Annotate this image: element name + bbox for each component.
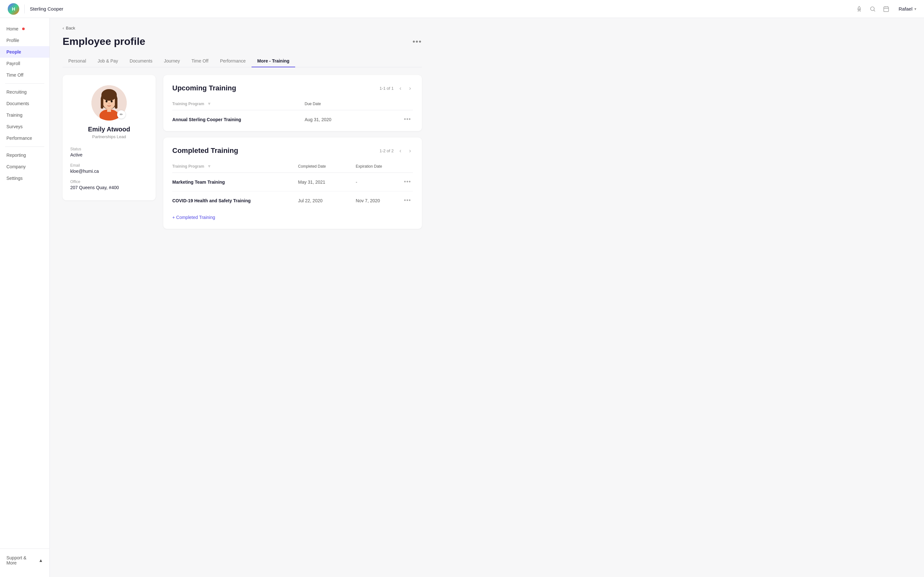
sidebar-item-payroll[interactable]: Payroll [0, 58, 49, 69]
completed-next-button[interactable]: › [407, 147, 413, 155]
sidebar-item-profile[interactable]: Profile [0, 35, 49, 46]
tab-documents[interactable]: Documents [124, 55, 158, 67]
upcoming-prev-button[interactable]: ‹ [397, 84, 403, 92]
sidebar-item-training[interactable]: Training [0, 109, 49, 121]
sidebar-item-surveys[interactable]: Surveys [0, 121, 49, 132]
field-office: Office 207 Queens Quay, #400 [70, 179, 148, 190]
sidebar-item-settings[interactable]: Settings [0, 172, 49, 184]
upcoming-row-program: Annual Sterling Cooper Training [172, 110, 305, 129]
employee-role: Partnerships Lead [92, 134, 126, 139]
upcoming-next-button[interactable]: › [407, 84, 413, 92]
completed-row-1-completed-date: May 31, 2021 [298, 173, 356, 191]
completed-training-title: Completed Training [172, 147, 238, 155]
avatar-wrap: ✏ [91, 85, 127, 121]
tab-journey[interactable]: Journey [158, 55, 186, 67]
completed-training-pagination: 1-2 of 2 ‹ › [380, 147, 413, 155]
tab-performance[interactable]: Performance [214, 55, 252, 67]
sidebar-divider-1 [5, 83, 44, 84]
upcoming-pagination-text: 1-1 of 1 [380, 86, 394, 91]
completed-training-header: Completed Training 1-2 of 2 ‹ › [172, 147, 413, 155]
sidebar-label-people: People [6, 49, 21, 55]
field-status: Status Active [70, 147, 148, 157]
tab-personal[interactable]: Personal [63, 55, 92, 67]
sidebar-item-reporting[interactable]: Reporting [0, 149, 49, 161]
completed-row-1-menu-button[interactable]: ••• [402, 178, 413, 186]
upcoming-training-header: Upcoming Training 1-1 of 1 ‹ › [172, 84, 413, 92]
sidebar-item-home[interactable]: Home [0, 23, 49, 35]
upcoming-row-menu-button[interactable]: ••• [402, 115, 413, 123]
sidebar-item-performance[interactable]: Performance [0, 132, 49, 144]
rocket-icon[interactable] [856, 5, 863, 13]
field-status-value: Active [70, 152, 148, 157]
calendar-icon[interactable] [883, 5, 890, 13]
profile-fields: Status Active Email kloe@humi.ca Office … [70, 147, 148, 190]
sidebar-item-company[interactable]: Company [0, 161, 49, 172]
sidebar-label-company: Company [6, 164, 26, 169]
back-chevron-icon: ‹ [63, 26, 64, 31]
tab-job-pay[interactable]: Job & Pay [92, 55, 124, 67]
svg-rect-8 [115, 97, 118, 109]
sidebar-label-settings: Settings [6, 176, 23, 181]
completed-row-2-menu-button[interactable]: ••• [402, 197, 413, 205]
sidebar-bottom[interactable]: Support & More ▲ [0, 548, 49, 572]
upcoming-col-actions [365, 99, 413, 110]
page-more-button[interactable]: ••• [413, 37, 422, 46]
sidebar-item-documents[interactable]: Documents [0, 98, 49, 109]
field-email: Email kloe@humi.ca [70, 163, 148, 174]
completed-row-2-actions: ••• [402, 191, 413, 210]
sidebar: Home Profile People Payroll Time Off Rec… [0, 18, 50, 577]
support-more-label: Support & More [6, 555, 36, 566]
user-menu[interactable]: Rafael ▾ [899, 6, 916, 11]
sidebar-item-people[interactable]: People [0, 46, 49, 58]
field-email-label: Email [70, 163, 148, 168]
svg-point-10 [111, 100, 113, 103]
sidebar-label-documents: Documents [6, 101, 29, 106]
svg-point-11 [108, 103, 110, 105]
completed-col-completed-date: Completed Date [298, 161, 356, 173]
upcoming-training-card: Upcoming Training 1-1 of 1 ‹ › [163, 75, 422, 131]
completed-col-program: Training Program ▼ [172, 161, 298, 173]
sidebar-label-profile: Profile [6, 38, 19, 43]
upcoming-training-title: Upcoming Training [172, 84, 236, 92]
completed-row-2-expiry: Nov 7, 2020 [356, 191, 402, 210]
completed-program-filter-icon[interactable]: ▼ [207, 164, 212, 169]
add-completed-training-button[interactable]: + Completed Training [172, 210, 215, 226]
svg-point-0 [859, 9, 859, 10]
completed-training-table: Training Program ▼ Completed Date Expira… [172, 161, 413, 210]
field-office-value: 207 Queens Quay, #400 [70, 185, 148, 190]
completed-col-actions [402, 161, 413, 173]
svg-rect-2 [884, 7, 888, 11]
upcoming-program-filter-icon[interactable]: ▼ [207, 101, 212, 106]
svg-point-1 [871, 7, 874, 11]
svg-point-6 [102, 89, 117, 101]
completed-pagination-text: 1-2 of 2 [380, 148, 394, 153]
completed-row-1-expiry: - [356, 173, 402, 191]
sidebar-label-surveys: Surveys [6, 124, 23, 129]
completed-row-2-completed-date: Jul 22, 2020 [298, 191, 356, 210]
sidebar-item-recruiting[interactable]: Recruiting [0, 86, 49, 98]
completed-training-card: Completed Training 1-2 of 2 ‹ › [163, 137, 422, 229]
svg-rect-13 [107, 108, 111, 112]
company-name: Sterling Cooper [30, 6, 856, 11]
search-icon[interactable] [869, 5, 876, 13]
profile-card: ✏ Emily Atwood Partnerships Lead Status … [63, 75, 156, 200]
field-status-label: Status [70, 147, 148, 151]
upcoming-training-table: Training Program ▼ Due Date Annual Sterl… [172, 99, 413, 129]
svg-rect-7 [101, 97, 103, 109]
completed-col-expiry: Expiration Date [356, 161, 402, 173]
upcoming-row-due-date: Aug 31, 2020 [305, 110, 365, 129]
notification-dot [22, 27, 25, 30]
page-title: Employee profile [63, 35, 145, 47]
upcoming-col-due-date: Due Date [305, 99, 365, 110]
sidebar-divider-2 [5, 147, 44, 147]
avatar-edit-button[interactable]: ✏ [117, 110, 126, 119]
sidebar-label-training: Training [6, 113, 23, 118]
sidebar-label-home: Home [6, 26, 18, 31]
sidebar-item-time-off[interactable]: Time Off [0, 69, 49, 81]
completed-row-1-program: Marketing Team Training [172, 173, 298, 191]
back-link[interactable]: ‹ Back [63, 26, 422, 31]
tab-more-training[interactable]: More - Training [252, 55, 295, 67]
tab-time-off[interactable]: Time Off [186, 55, 214, 67]
app-logo[interactable]: H [8, 3, 19, 15]
completed-prev-button[interactable]: ‹ [397, 147, 403, 155]
